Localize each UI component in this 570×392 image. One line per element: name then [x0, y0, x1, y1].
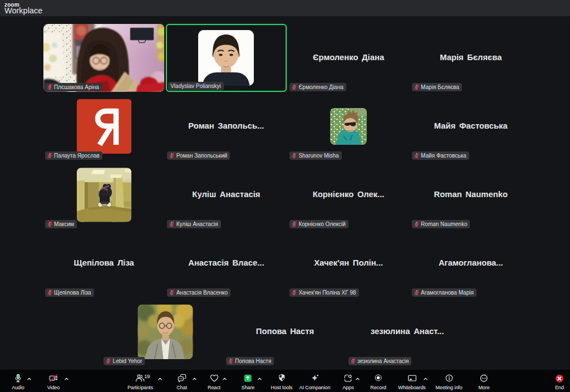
svg-text:19: 19 — [144, 374, 150, 379]
